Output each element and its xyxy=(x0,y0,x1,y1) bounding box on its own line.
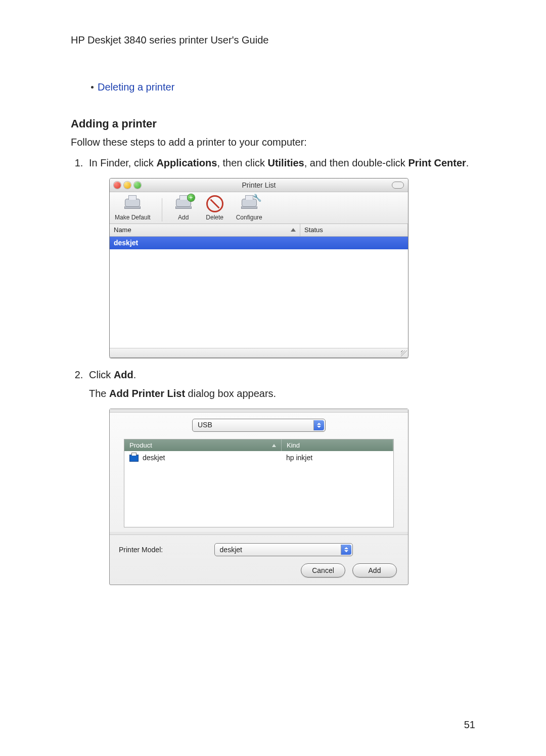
table-row[interactable]: deskjet hp inkjet xyxy=(124,451,393,465)
printer-model-popup[interactable]: deskjet xyxy=(214,543,353,556)
connection-type-value: USB xyxy=(198,420,212,430)
column-kind[interactable]: Kind xyxy=(282,439,393,452)
list-header: Name Status xyxy=(110,224,408,237)
printer-list-body[interactable]: deskjet xyxy=(110,237,408,348)
bullet-icon xyxy=(91,86,94,88)
toolbar: Make Default + Add Delete 🔧 Configure xyxy=(110,192,408,224)
popup-arrows-icon xyxy=(341,545,351,555)
add-printer-dialog: USB Product Kind xyxy=(109,409,408,586)
step-1: In Finder, click Applications, then clic… xyxy=(86,156,475,358)
doc-header: HP Deskjet 3840 series printer User's Gu… xyxy=(71,34,475,46)
toc-link-label: Deleting a printer xyxy=(98,81,174,93)
make-default-button[interactable]: Make Default xyxy=(115,195,151,221)
step-2: Click Add. The Add Printer List dialog b… xyxy=(86,368,475,586)
delete-printer-button[interactable]: Delete xyxy=(205,195,225,221)
window-title: Printer List xyxy=(110,181,408,190)
add-button[interactable]: Add xyxy=(352,563,397,577)
printer-model-label: Printer Model: xyxy=(119,545,163,555)
window-titlebar[interactable]: Printer List xyxy=(110,179,408,192)
separator-icon xyxy=(162,198,162,221)
configure-printer-button[interactable]: 🔧 Configure xyxy=(236,195,262,221)
section-heading: Adding a printer xyxy=(71,117,475,130)
sheet-divider xyxy=(110,531,408,535)
printer-icon xyxy=(129,455,139,462)
column-status[interactable]: Status xyxy=(300,224,408,236)
printer-model-value: deskjet xyxy=(220,545,242,555)
product-name: deskjet xyxy=(143,453,165,463)
intro-text: Follow these steps to add a printer to y… xyxy=(71,136,475,149)
printer-row-selected[interactable]: deskjet xyxy=(110,237,408,249)
toc-item[interactable]: Deleting a printer xyxy=(91,81,475,93)
sort-asc-icon xyxy=(272,444,276,447)
popup-arrows-icon xyxy=(313,420,324,430)
column-name[interactable]: Name xyxy=(110,224,300,236)
prohibit-icon xyxy=(206,195,223,212)
sort-asc-icon xyxy=(291,228,296,232)
cancel-button[interactable]: Cancel xyxy=(301,563,345,577)
add-printer-button[interactable]: + Add xyxy=(173,195,194,221)
page-number: 51 xyxy=(464,719,475,731)
toolbar-toggle-icon[interactable] xyxy=(392,182,404,189)
sheet-top-ridge xyxy=(110,409,408,413)
available-printers-table: Product Kind deskjet xyxy=(124,439,394,528)
printer-list-window: Printer List Make Default + Add xyxy=(109,178,408,358)
plus-icon: + xyxy=(188,194,195,201)
resize-grip-icon[interactable] xyxy=(401,350,407,357)
wrench-icon: 🔧 xyxy=(253,193,261,203)
kind-value: hp inkjet xyxy=(281,451,393,465)
column-product[interactable]: Product xyxy=(124,439,282,452)
connection-type-popup[interactable]: USB xyxy=(192,419,326,432)
window-footer xyxy=(110,348,408,358)
